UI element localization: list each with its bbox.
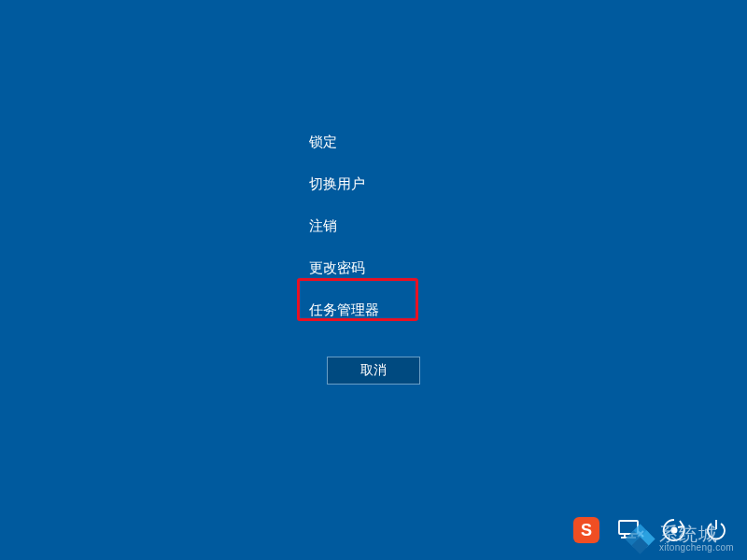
menu-label: 更改密码 [309, 259, 365, 275]
security-options-menu: 锁定 切换用户 注销 更改密码 任务管理器 [309, 121, 379, 331]
menu-label: 注销 [309, 217, 337, 233]
menu-label: 锁定 [309, 133, 337, 149]
ime-label: S [581, 521, 592, 540]
menu-item-lock[interactable]: 锁定 [309, 121, 379, 163]
menu-label: 任务管理器 [309, 301, 379, 317]
power-icon[interactable] [704, 517, 728, 543]
menu-label: 切换用户 [309, 175, 365, 191]
menu-item-change-password[interactable]: 更改密码 [309, 247, 379, 289]
cancel-button[interactable]: 取消 [327, 357, 420, 385]
svg-rect-0 [619, 521, 638, 534]
taskbar-tray: S [573, 517, 728, 543]
watermark-url: xitongcheng.com [659, 543, 734, 553]
ease-of-access-icon[interactable] [661, 517, 687, 543]
network-icon[interactable] [616, 517, 644, 543]
ime-sogou-icon[interactable]: S [573, 517, 599, 543]
svg-point-6 [671, 527, 678, 534]
menu-item-sign-out[interactable]: 注销 [309, 205, 379, 247]
cancel-label: 取消 [360, 362, 387, 379]
menu-item-switch-user[interactable]: 切换用户 [309, 163, 379, 205]
menu-item-task-manager[interactable]: 任务管理器 [309, 289, 379, 331]
